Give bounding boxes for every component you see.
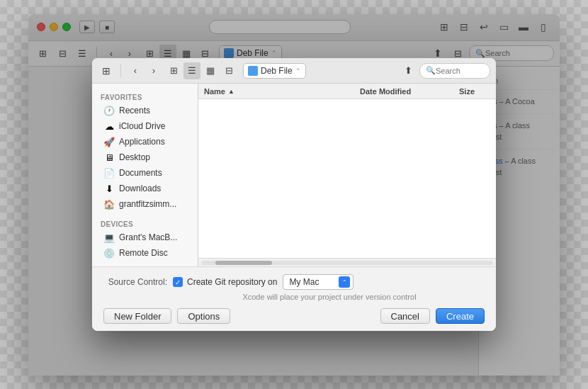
dropdown-arrow-icon: ⌃: [339, 276, 350, 288]
dialog-share-icon[interactable]: ⬆: [400, 62, 417, 79]
dialog-icon-view[interactable]: ⊞: [165, 62, 182, 79]
sidebar-item-applications-label: Applications: [119, 137, 165, 147]
sidebar-item-documents[interactable]: 📄 Documents: [95, 165, 195, 181]
devices-section-title: Devices: [92, 216, 198, 230]
dialog-nav-back[interactable]: ‹: [127, 62, 144, 79]
sidebar-item-remote-disc-label: Remote Disc: [119, 248, 168, 258]
sort-arrow-icon: ▲: [228, 88, 234, 95]
macbook-icon: 💻: [103, 232, 115, 243]
dialog-overlay: ⊞ ‹ › ⊞ ☰ ▦ ⊟ Deb File ⌃ ⬆: [28, 14, 560, 376]
sidebar-item-remote-disc[interactable]: 💿 Remote Disc: [95, 245, 195, 261]
documents-icon: 📄: [103, 167, 115, 179]
dialog-list-view[interactable]: ☰: [183, 62, 200, 79]
scrollbar-area: [198, 258, 496, 266]
col-date: Date Modified: [354, 87, 453, 96]
icloud-icon: ☁: [103, 120, 115, 132]
sidebar-item-recents[interactable]: 🕐 Recents: [95, 103, 195, 118]
disc-icon: 💿: [103, 247, 115, 259]
recents-icon: 🕐: [103, 105, 115, 116]
sidebar-item-desktop[interactable]: 🖥 Desktop: [95, 150, 195, 165]
sidebar-item-documents-label: Documents: [119, 168, 162, 178]
dialog-toolbar-sep: [120, 64, 121, 77]
sidebar-item-downloads[interactable]: ⬇ Downloads: [95, 181, 195, 196]
home-icon: 🏠: [103, 198, 115, 210]
dialog-buttons: New Folder Options Cancel Create: [103, 308, 485, 324]
dialog-view-buttons: ⊞ ☰ ▦ ⊟: [165, 62, 237, 79]
sidebar-item-icloud[interactable]: ☁ iCloud Drive: [95, 118, 195, 134]
dialog-sidebar-toggle[interactable]: ⊞: [98, 62, 115, 79]
checkbox-label: Create Git repository on: [187, 277, 277, 287]
dialog-column-view[interactable]: ▦: [202, 62, 219, 79]
checkbox-wrapper: ✓ Create Git repository on: [173, 277, 277, 287]
dialog-btn-group-left: New Folder Options: [103, 308, 230, 324]
file-list: Name ▲ Date Modified Size: [198, 84, 496, 266]
sidebar-item-home-label: grantfitzsimm...: [119, 199, 176, 209]
file-rows: [198, 99, 496, 258]
dialog-sidebar: Favorites 🕐 Recents ☁ iCloud Drive 🚀 App…: [92, 84, 198, 266]
scrollbar-thumb[interactable]: [215, 261, 272, 265]
favorites-section-title: Favorites: [92, 89, 198, 103]
new-folder-button[interactable]: New Folder: [103, 308, 171, 324]
col-size: Size: [453, 87, 496, 96]
cancel-button[interactable]: Cancel: [380, 308, 430, 324]
dialog-search-wrapper: 🔍: [419, 63, 490, 79]
dialog-gallery-view[interactable]: ⊟: [220, 62, 237, 79]
options-button[interactable]: Options: [177, 308, 230, 324]
dialog-nav-forward[interactable]: ›: [145, 62, 162, 79]
dialog-toolbar: ⊞ ‹ › ⊞ ☰ ▦ ⊟ Deb File ⌃ ⬆: [92, 58, 496, 84]
source-control-hint: Xcode will place your project under vers…: [174, 293, 485, 301]
source-control-label: Source Control:: [103, 277, 167, 287]
sidebar-item-macbook-label: Grant's MacB...: [119, 232, 177, 242]
dialog-location-label: Deb File: [261, 66, 293, 76]
sidebar-item-recents-label: Recents: [119, 106, 150, 115]
dialog-btn-group-right: Cancel Create: [380, 308, 485, 324]
mac-dropdown-label: My Mac: [289, 277, 339, 287]
dialog-folder-icon: [248, 66, 258, 76]
sidebar-item-home[interactable]: 🏠 grantfitzsimm...: [95, 196, 195, 212]
dialog-chevron-icon: ⌃: [295, 67, 301, 74]
mac-dropdown[interactable]: My Mac ⌃: [283, 274, 354, 290]
dialog-body: Favorites 🕐 Recents ☁ iCloud Drive 🚀 App…: [92, 84, 496, 266]
dialog-location-dropdown[interactable]: Deb File ⌃: [243, 63, 306, 79]
dialog-nav-buttons: ‹ ›: [127, 62, 162, 79]
file-list-header: Name ▲ Date Modified Size: [198, 84, 496, 99]
git-checkbox[interactable]: ✓: [173, 277, 183, 287]
create-button[interactable]: Create: [436, 308, 485, 324]
desktop-icon: 🖥: [103, 152, 115, 163]
sidebar-item-applications[interactable]: 🚀 Applications: [95, 134, 195, 150]
dialog-search-icon: 🔍: [426, 66, 436, 75]
sidebar-item-desktop-label: Desktop: [119, 152, 150, 162]
main-window: ▶ ■ ⊞ ⊟ ↩ ▭ ▬ ▯ ⊞ ⊟ ☰ ‹ › ⊞ ☰ ▦ ⊟: [28, 14, 560, 376]
sidebar-item-downloads-label: Downloads: [119, 184, 161, 193]
dialog-bottom: Source Control: ✓ Create Git repository …: [92, 266, 496, 331]
sidebar-item-icloud-label: iCloud Drive: [119, 121, 165, 131]
source-control-row: Source Control: ✓ Create Git repository …: [103, 274, 485, 290]
col-name: Name ▲: [198, 87, 354, 96]
save-dialog: ⊞ ‹ › ⊞ ☰ ▦ ⊟ Deb File ⌃ ⬆: [92, 58, 496, 331]
downloads-icon: ⬇: [103, 183, 115, 194]
sidebar-item-macbook[interactable]: 💻 Grant's MacB...: [95, 230, 195, 245]
applications-icon: 🚀: [103, 136, 115, 147]
scrollbar-track: [201, 261, 493, 265]
dialog-search-input[interactable]: [436, 67, 492, 75]
